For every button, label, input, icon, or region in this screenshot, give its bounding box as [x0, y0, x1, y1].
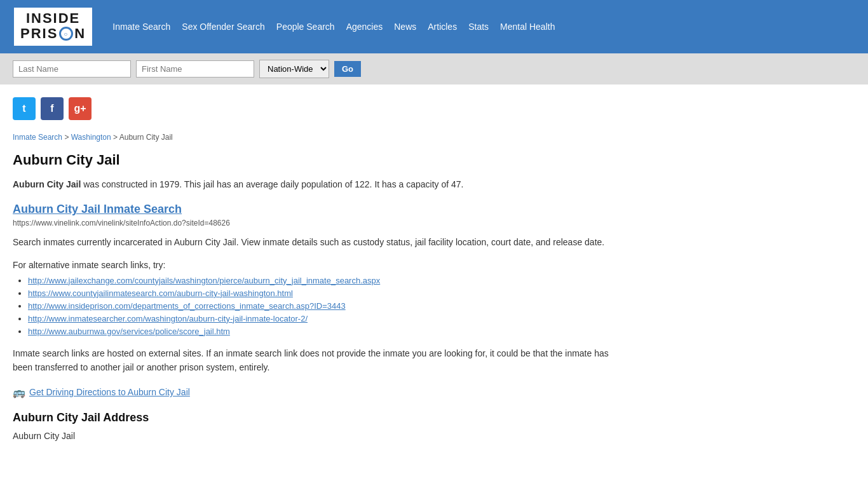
alt-link-4[interactable]: http://www.inmatesearcher.com/washington…	[28, 314, 308, 323]
list-item: http://www.jailexchange.com/countyjails/…	[28, 275, 623, 285]
alt-links-intro: For alternative inmate search links, try…	[13, 260, 623, 270]
nav-sex-offender-search[interactable]: Sex Offender Search	[182, 22, 264, 32]
location-select[interactable]: Nation-Wide	[259, 60, 329, 78]
logo-o-icon: ○	[59, 27, 73, 41]
driving-directions-link[interactable]: Get Driving Directions to Auburn City Ja…	[29, 387, 190, 397]
breadcrumb-inmate-search[interactable]: Inmate Search	[13, 133, 62, 142]
alt-link-5[interactable]: http://www.auburnwa.gov/services/police/…	[28, 327, 230, 336]
breadcrumb-separator-1: >	[64, 133, 71, 142]
nav-articles[interactable]: Articles	[428, 22, 457, 32]
nav-mental-health[interactable]: Mental Health	[500, 22, 555, 32]
main-content: t f g+ Inmate Search > Washington > Aubu…	[0, 85, 635, 454]
site-logo[interactable]: INSIDE PRIS○N	[13, 6, 93, 47]
first-name-input[interactable]	[136, 60, 254, 78]
intro-bold: Auburn City Jail	[13, 179, 81, 189]
disclaimer-text: Inmate search links are hosted on extern…	[13, 346, 623, 375]
address-line-1: Auburn City Jail	[13, 431, 623, 441]
twitter-icon[interactable]: t	[13, 97, 36, 120]
list-item: http://www.auburnwa.gov/services/police/…	[28, 326, 623, 336]
bus-icon: 🚌	[13, 386, 25, 398]
nav-people-search[interactable]: People Search	[276, 22, 335, 32]
nav-news[interactable]: News	[394, 22, 416, 32]
intro-rest: was constructed in 1979. This jail has a…	[83, 179, 463, 189]
inmate-search-description: Search inmates currently incarcerated in…	[13, 235, 623, 249]
list-item: http://www.insideprison.com/departments_…	[28, 301, 623, 311]
breadcrumb-current: Auburn City Jail	[119, 133, 173, 142]
nav-inmate-search[interactable]: Inmate Search	[112, 22, 170, 32]
list-item: http://www.inmatesearcher.com/washington…	[28, 313, 623, 323]
gplus-icon[interactable]: g+	[69, 97, 92, 120]
main-nav: Inmate Search Sex Offender Search People…	[112, 22, 555, 32]
nav-stats[interactable]: Stats	[468, 22, 489, 32]
intro-paragraph: Auburn City Jail was constructed in 1979…	[13, 177, 623, 191]
last-name-input[interactable]	[13, 60, 131, 78]
site-header: INSIDE PRIS○N Inmate Search Sex Offender…	[0, 0, 868, 53]
nav-agencies[interactable]: Agencies	[346, 22, 383, 32]
list-item: https://www.countyjailinmatesearch.com/a…	[28, 288, 623, 298]
alt-link-2[interactable]: https://www.countyjailinmatesearch.com/a…	[28, 288, 293, 298]
inmate-search-link[interactable]: Auburn City Jail Inmate Search	[13, 203, 623, 216]
go-button[interactable]: Go	[334, 61, 361, 77]
search-bar: Nation-Wide Go	[0, 53, 868, 85]
breadcrumb-separator-2: >	[113, 133, 119, 142]
social-icons: t f g+	[13, 97, 623, 120]
logo-prison-text: PRIS○N	[20, 25, 86, 42]
alt-link-1[interactable]: http://www.jailexchange.com/countyjails/…	[28, 276, 380, 285]
alt-link-3[interactable]: http://www.insideprison.com/departments_…	[28, 301, 346, 311]
alt-links-list: http://www.jailexchange.com/countyjails/…	[28, 275, 623, 336]
facebook-icon[interactable]: f	[41, 97, 64, 120]
inmate-search-url: https://www.vinelink.com/vinelink/siteIn…	[13, 219, 623, 227]
breadcrumb-washington[interactable]: Washington	[71, 133, 111, 142]
breadcrumb: Inmate Search > Washington > Auburn City…	[13, 133, 623, 142]
page-title: Auburn City Jail	[13, 152, 623, 168]
address-section-title: Auburn City Jail Address	[13, 411, 623, 424]
logo-inside-text: INSIDE	[20, 11, 86, 25]
driving-directions: 🚌 Get Driving Directions to Auburn City …	[13, 386, 623, 398]
